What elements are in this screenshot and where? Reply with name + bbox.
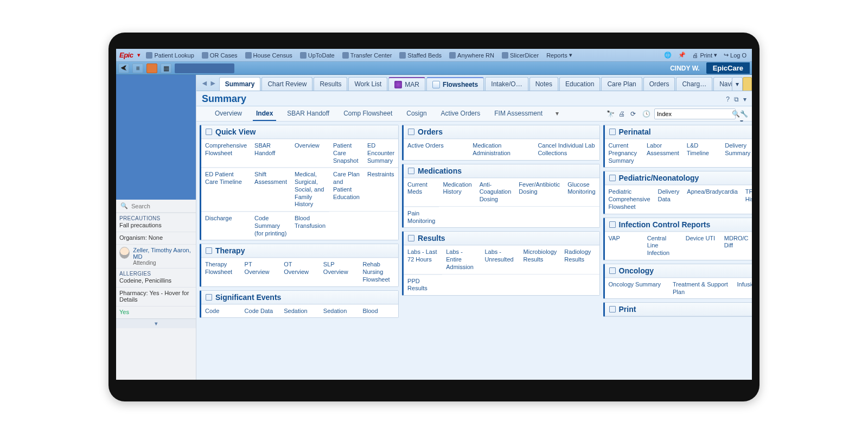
link-pediatric-comprehensive-flowsheet[interactable]: Pediatric Comprehensive Flowsheet <box>605 185 654 213</box>
tab-flowsheets[interactable]: Flowsheets <box>426 77 484 91</box>
tab-results[interactable]: Results <box>314 77 347 91</box>
nav-fwd-icon[interactable]: ► <box>209 79 217 87</box>
tb-uptodate[interactable]: UpToDate <box>298 51 337 60</box>
nav-back-icon[interactable]: ◄ <box>201 79 208 87</box>
link-ed-patient-care-timeline[interactable]: ED Patient Care Timeline <box>201 168 251 211</box>
link-vap[interactable]: VAP <box>605 232 643 260</box>
summary-search[interactable]: 🔍 <box>654 108 736 119</box>
tb-anywhere-rn[interactable]: Anywhere RN <box>447 51 496 60</box>
tab-education[interactable]: Education <box>559 77 600 91</box>
tb-transfer-center[interactable]: Transfer Center <box>340 51 394 60</box>
link-labs-last-72-hours[interactable]: Labs - Last 72 Hours <box>404 245 442 273</box>
tab-charg-[interactable]: Charg… <box>676 77 712 91</box>
summary-search-input[interactable] <box>657 111 732 117</box>
tab-care-plan[interactable]: Care Plan <box>601 77 642 91</box>
link-labs-unresulted[interactable]: Labs - Unresulted <box>481 245 519 273</box>
subtab-overview[interactable]: Overview <box>212 107 245 121</box>
link-fever-antibiotic-dosing[interactable]: Fever/Antibiotic Dosing <box>515 178 564 206</box>
link-blood-transfusion[interactable]: Blood Transfusion <box>291 212 329 240</box>
link-device-uti[interactable]: Device UTI <box>682 232 720 260</box>
sidebar-physician[interactable]: Zeller, Timothy Aaron, MD Attending <box>116 244 196 268</box>
tb-or-cases[interactable]: OR Cases <box>200 51 240 60</box>
subtab-active-orders[interactable]: Active Orders <box>438 107 484 121</box>
link-medical-surgical-social-and-family-history[interactable]: Medical, Surgical, Social, and Family Hi… <box>291 168 329 211</box>
link-sedation[interactable]: Sedation <box>280 304 320 318</box>
link-l-d-timeline[interactable]: L&D Timeline <box>683 139 721 167</box>
tb-slicerdicer[interactable]: SlicerDicer <box>500 51 541 60</box>
tab-more[interactable]: ▾ <box>732 77 743 91</box>
link-active-orders[interactable]: Active Orders <box>404 139 469 160</box>
collapse-icon[interactable]: ⮜ <box>118 63 129 73</box>
tb-reports[interactable]: Reports▾ <box>544 50 575 60</box>
link-discharge[interactable]: Discharge <box>201 212 251 240</box>
link-microbiology-results[interactable]: Microbiology Results <box>520 245 561 273</box>
link-delivery-summary[interactable]: Delivery Summary <box>721 139 752 167</box>
binoculars-icon[interactable]: 🔭 <box>607 110 614 118</box>
tab-summary[interactable]: Summary <box>219 77 261 91</box>
link-apnea-bradycardia[interactable]: Apnea/Bradycardia <box>683 185 742 213</box>
tb-house-census[interactable]: House Census <box>243 51 295 60</box>
tab-chart-review[interactable]: Chart Review <box>261 77 312 91</box>
help-icon[interactable]: ? <box>726 95 730 103</box>
link-labor-assessment[interactable]: Labor Assessment <box>643 139 683 167</box>
link-rehab-nursing-flowsheet[interactable]: Rehab Nursing Flowsheet <box>359 258 398 286</box>
clock-icon[interactable]: 🕓 <box>642 110 650 118</box>
tab-intake-o-[interactable]: Intake/O… <box>485 77 528 91</box>
tb-print[interactable]: 🖨Print▾ <box>690 50 719 60</box>
wrench-icon[interactable]: 🔧▾ <box>740 110 748 118</box>
link-current-pregnancy-summary[interactable]: Current Pregnancy Summary <box>605 139 643 167</box>
link-medication-administration[interactable]: Medication Administration <box>469 139 534 160</box>
subtab-more[interactable]: ▾ <box>552 107 562 121</box>
sidebar-search-input[interactable] <box>131 203 192 209</box>
current-user[interactable]: CINDY W. <box>667 65 703 72</box>
tb-patient-lookup[interactable]: Patient Lookup <box>144 51 196 60</box>
brand-logo[interactable]: Epic <box>119 51 133 59</box>
link-glucose-monitoring[interactable]: Glucose Monitoring <box>564 178 599 206</box>
link-blood[interactable]: Blood <box>359 304 398 318</box>
link-code-summary-for-printing[interactable]: Code Summary (for printing) <box>251 212 291 240</box>
link-oncology-summary[interactable]: Oncology Summary <box>605 278 669 299</box>
link-overview[interactable]: Overview <box>291 139 329 167</box>
link-sedation[interactable]: Sedation <box>320 304 359 318</box>
refresh-icon[interactable]: ⟳ <box>630 110 638 118</box>
link-mdro-c-diff[interactable]: MDRO/C Diff <box>720 232 752 260</box>
link-current-meds[interactable]: Current Meds <box>404 178 439 206</box>
link-tpn-history[interactable]: TPN History <box>742 185 752 213</box>
link-therapy-flowsheet[interactable]: Therapy Flowsheet <box>201 258 241 286</box>
dropdown-icon[interactable]: ▾ <box>743 95 746 103</box>
link-infusion-summary[interactable]: Infusion Summary <box>733 278 752 299</box>
tab-mar[interactable]: MAR <box>388 77 425 91</box>
sidebar-search[interactable]: 🔍 <box>116 200 196 213</box>
link-cancel-individual-lab-collections[interactable]: Cancel Individual Lab Collections <box>534 139 599 160</box>
link-shift-assessment[interactable]: Shift Assessment <box>251 168 291 211</box>
link-pt-overview[interactable]: PT Overview <box>241 258 280 286</box>
link-pain-monitoring[interactable]: Pain Monitoring <box>404 207 439 228</box>
popout-icon[interactable]: ⧉ <box>734 95 739 103</box>
dropdown-icon[interactable]: ▾ <box>137 52 141 59</box>
tab-orders[interactable]: Orders <box>643 77 675 91</box>
tb-globe[interactable]: 🌐 <box>662 50 674 60</box>
link-sbar-handoff[interactable]: SBAR Handoff <box>251 139 291 167</box>
tb-staffed-beds[interactable]: Staffed Beds <box>397 51 444 60</box>
tb-pin[interactable]: 📌 <box>676 50 688 60</box>
link-labs-entire-admission[interactable]: Labs - Entire Admission <box>442 245 481 273</box>
link-delivery-data[interactable]: Delivery Data <box>654 185 684 213</box>
link-radiology-results[interactable]: Radiology Results <box>560 245 599 273</box>
link-slp-overview[interactable]: SLP Overview <box>320 258 359 286</box>
link-anti-coagulation-dosing[interactable]: Anti-Coagulation Dosing <box>476 178 515 206</box>
tab-notes[interactable]: Notes <box>529 77 558 91</box>
subtab-comp-flowsheet[interactable]: Comp Flowsheet <box>340 107 395 121</box>
sidebar-expand[interactable]: ▾ <box>116 318 196 328</box>
link-code[interactable]: Code <box>201 304 241 318</box>
link-patient-care-snapshot[interactable]: Patient Care Snapshot <box>329 139 363 167</box>
link-ed-encounter-summary[interactable]: ED Encounter Summary <box>363 139 398 167</box>
link-care-plan-and-patient-education[interactable]: Care Plan and Patient Education <box>329 168 363 211</box>
subtab-sbar-handoff[interactable]: SBAR Handoff <box>284 107 333 121</box>
subtab-index[interactable]: Index <box>253 107 276 121</box>
list-icon[interactable]: ≡ <box>132 63 143 73</box>
subtab-cosign[interactable]: Cosign <box>403 107 430 121</box>
link-restraints[interactable]: Restraints <box>363 168 398 211</box>
link-medication-history[interactable]: Medication History <box>439 178 475 206</box>
badge-icon[interactable] <box>146 63 157 73</box>
tab-work-list[interactable]: Work List <box>348 77 387 91</box>
